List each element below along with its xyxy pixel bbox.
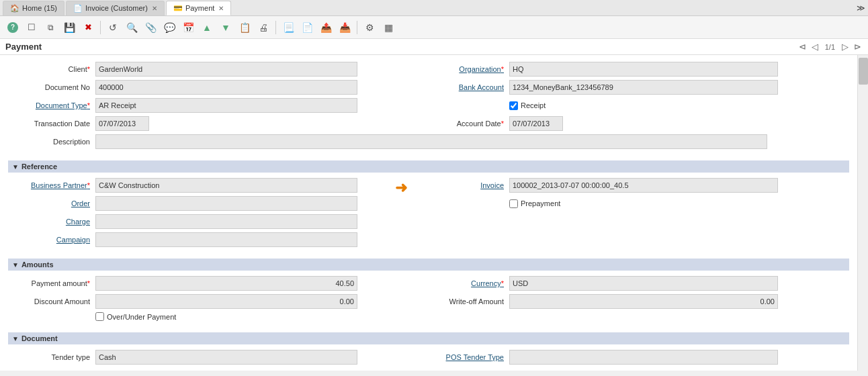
expand-button[interactable]: ≫ bbox=[857, 3, 865, 13]
over-under-checkbox[interactable] bbox=[95, 312, 104, 321]
organization-label[interactable]: Organization* bbox=[435, 65, 509, 73]
new-record-button[interactable]: ☐ bbox=[23, 19, 40, 36]
delete-icon: ✖ bbox=[85, 22, 92, 32]
import-button[interactable]: 📥 bbox=[336, 19, 353, 36]
nav-down-icon: ▼ bbox=[221, 22, 230, 33]
payment-amount-label: Payment amount* bbox=[8, 279, 95, 287]
export-icon: 📤 bbox=[320, 22, 332, 33]
copy-button[interactable]: ⧉ bbox=[42, 19, 59, 36]
history-icon: 📋 bbox=[239, 22, 251, 33]
invoice-input[interactable] bbox=[509, 178, 778, 193]
reference-form-section: Business Partner* ➜ Invoice bbox=[8, 175, 849, 253]
doc1-button[interactable]: 📃 bbox=[279, 19, 297, 36]
pos-tender-type-input[interactable] bbox=[509, 350, 778, 365]
delete-button[interactable]: ✖ bbox=[79, 19, 97, 36]
document-type-input[interactable] bbox=[95, 98, 357, 113]
client-label: Client* bbox=[8, 65, 95, 73]
description-input[interactable] bbox=[95, 134, 767, 149]
order-input[interactable] bbox=[95, 196, 357, 211]
organization-input[interactable] bbox=[509, 62, 778, 77]
chat-icon: 💬 bbox=[164, 22, 175, 33]
prepayment-checkbox[interactable] bbox=[509, 199, 518, 208]
doc2-button[interactable]: 📄 bbox=[298, 19, 316, 36]
new-record-icon: ☐ bbox=[28, 22, 36, 32]
orange-arrow-icon: ➜ bbox=[395, 179, 407, 197]
receipt-label: Receipt bbox=[521, 101, 546, 109]
currency-label[interactable]: Currency* bbox=[435, 279, 509, 287]
refresh-button[interactable]: ↺ bbox=[104, 19, 122, 36]
prev-page-button[interactable]: ◁ bbox=[810, 42, 820, 52]
currency-input[interactable] bbox=[509, 276, 778, 291]
settings-button[interactable]: ⚙ bbox=[361, 19, 378, 36]
nav-down-button[interactable]: ▼ bbox=[217, 19, 234, 36]
bank-account-label[interactable]: Bank Account bbox=[435, 83, 509, 91]
order-label[interactable]: Order bbox=[8, 199, 95, 207]
scrollbar-thumb[interactable] bbox=[859, 58, 868, 85]
export-button[interactable]: 📤 bbox=[317, 19, 335, 36]
document-section-header[interactable]: ▼ Document bbox=[8, 332, 849, 344]
tab-home[interactable]: 🏠 Home (15) bbox=[3, 1, 64, 15]
amounts-section-header[interactable]: ▼ Amounts bbox=[8, 258, 849, 271]
attach-button[interactable]: 📎 bbox=[142, 19, 159, 36]
next-page-button[interactable]: ▷ bbox=[840, 42, 850, 52]
charge-label[interactable]: Charge bbox=[8, 218, 95, 226]
sep3 bbox=[357, 21, 357, 34]
calendar-button[interactable]: 📅 bbox=[179, 19, 197, 36]
campaign-input[interactable] bbox=[95, 232, 357, 247]
last-page-button[interactable]: ⊳ bbox=[853, 42, 863, 52]
receipt-checkbox[interactable] bbox=[509, 101, 518, 110]
col-currency: Currency* bbox=[435, 276, 849, 291]
bank-account-field bbox=[509, 80, 778, 95]
save-button[interactable]: 💾 bbox=[60, 19, 78, 36]
document-no-field bbox=[95, 80, 357, 95]
pos-tender-type-label[interactable]: POS Tender Type bbox=[435, 353, 509, 361]
scrollbar[interactable] bbox=[857, 55, 868, 371]
bank-account-input[interactable] bbox=[509, 80, 778, 95]
grid-button[interactable]: ▦ bbox=[380, 19, 397, 36]
doc2-icon: 📄 bbox=[302, 22, 313, 33]
business-partner-input[interactable] bbox=[95, 178, 357, 193]
transaction-date-input[interactable] bbox=[95, 116, 149, 131]
tender-type-input[interactable] bbox=[95, 350, 357, 365]
nav-up-icon: ▲ bbox=[202, 22, 212, 33]
writeoff-amount-label: Write-off Amount bbox=[435, 297, 509, 306]
invoice-label[interactable]: Invoice bbox=[435, 181, 509, 189]
writeoff-amount-input[interactable] bbox=[509, 294, 778, 309]
tab-invoice-close[interactable]: ✕ bbox=[152, 5, 157, 12]
document-no-input[interactable] bbox=[95, 80, 357, 95]
sep1 bbox=[100, 21, 101, 34]
help-button[interactable]: ? bbox=[4, 19, 21, 36]
document-type-label[interactable]: Document Type* bbox=[8, 101, 95, 109]
business-partner-label[interactable]: Business Partner* bbox=[8, 181, 95, 189]
prepayment-label: Prepayment bbox=[521, 199, 560, 207]
history-button[interactable]: 📋 bbox=[236, 19, 253, 36]
reference-section-header[interactable]: ▼ Reference bbox=[8, 160, 849, 173]
row-discount-writeoff: Discount Amount Write-off Amount bbox=[8, 294, 849, 309]
charge-field bbox=[95, 214, 357, 229]
col-order: Order bbox=[8, 196, 422, 211]
transaction-date-field bbox=[95, 116, 357, 131]
row-payment-amount-currency: Payment amount* Currency* bbox=[8, 276, 849, 291]
nav-up-button[interactable]: ▲ bbox=[198, 19, 216, 36]
tab-payment[interactable]: 💳 Payment ✕ bbox=[166, 1, 231, 15]
tab-invoice[interactable]: 📄 Invoice (Customer) ✕ bbox=[66, 1, 165, 15]
chat-button[interactable]: 💬 bbox=[161, 19, 178, 36]
tab-payment-close[interactable]: ✕ bbox=[218, 5, 224, 12]
document-form-section: Tender type POS Tender Type bbox=[8, 347, 849, 371]
amounts-form-section: Payment amount* Currency* bbox=[8, 273, 849, 327]
col-org: Organization* bbox=[435, 62, 849, 77]
row-docno-bankacct: Document No Bank Account bbox=[8, 80, 849, 95]
client-input[interactable] bbox=[95, 62, 357, 77]
find-button[interactable]: 🔍 bbox=[123, 19, 140, 36]
discount-amount-input[interactable] bbox=[95, 294, 357, 309]
payment-amount-input[interactable] bbox=[95, 276, 357, 291]
receipt-checkbox-container: Receipt bbox=[509, 101, 546, 110]
organization-field bbox=[509, 62, 778, 77]
campaign-label[interactable]: Campaign bbox=[8, 236, 95, 244]
over-under-container: Over/Under Payment bbox=[95, 312, 176, 321]
first-page-button[interactable]: ⊲ bbox=[797, 42, 808, 52]
print-button[interactable]: 🖨 bbox=[255, 19, 272, 36]
account-date-input[interactable] bbox=[509, 116, 563, 131]
charge-input[interactable] bbox=[95, 214, 357, 229]
row-client-org: Client* Organization* bbox=[8, 62, 849, 77]
